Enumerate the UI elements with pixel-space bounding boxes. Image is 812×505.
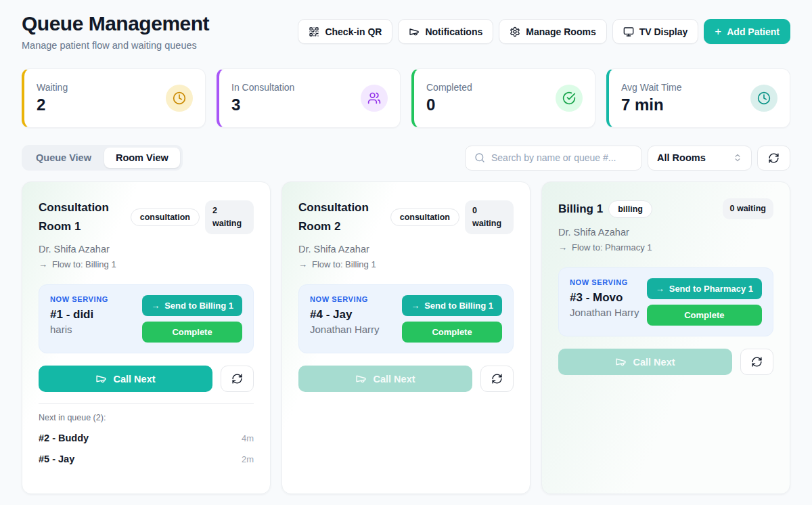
queue-ticket: #2 - Buddy — [39, 433, 89, 443]
call-next-button[interactable]: Call Next — [558, 349, 732, 375]
room-title: Billing 1 — [558, 200, 603, 219]
stat-card-waiting: Waiting 2 — [22, 68, 206, 128]
header-actions: Check-in QR Notifications Manage Rooms T… — [298, 19, 790, 44]
room-card-consultation-2: Consultation Room 2 consultation 0 waiti… — [281, 181, 531, 494]
room-header: Consultation Room 2 consultation 0 waiti… — [298, 198, 514, 236]
next-in-queue-section: Next in queue (2): #2 - Buddy 4m #5 - Ja… — [39, 403, 254, 464]
room-card-billing-1: Billing 1 billing 0 waiting Dr. Shifa Az… — [541, 181, 790, 494]
now-serving-label: NOW SERVING — [570, 278, 640, 286]
room-refresh-button[interactable] — [480, 366, 514, 392]
room-filter-select[interactable]: All Rooms — [648, 146, 752, 171]
stat-label: In Consultation — [231, 82, 294, 93]
manage-rooms-label: Manage Rooms — [526, 26, 595, 37]
now-serving-actions: → Send to Billing 1 Complete — [142, 295, 242, 343]
arrow-right-icon: → — [411, 301, 420, 311]
send-to-room-label: Send to Billing 1 — [164, 301, 233, 311]
search-input[interactable] — [491, 152, 633, 163]
view-toggle: Queue View Room View — [22, 145, 183, 171]
send-to-room-button[interactable]: → Send to Pharmacy 1 — [647, 278, 762, 299]
now-serving-box: NOW SERVING #3 - Movo Jonathan Harry → S… — [558, 267, 773, 336]
send-to-room-label: Send to Billing 1 — [424, 301, 493, 311]
now-serving-actions: → Send to Billing 1 Complete — [402, 295, 502, 343]
plus-icon: + — [715, 26, 721, 37]
now-serving-box: NOW SERVING #1 - didi haris → Send to Bi… — [39, 284, 254, 353]
call-next-label: Call Next — [113, 374, 155, 385]
room-flow: → Flow to: Pharmacy 1 — [558, 242, 773, 252]
check-circle-icon — [556, 85, 583, 112]
arrow-right-icon: → — [656, 284, 664, 294]
queue-wait-time: 2m — [242, 454, 254, 464]
room-flow: → Flow to: Billing 1 — [39, 259, 254, 269]
now-serving-ticket: #3 - Movo — [570, 291, 640, 305]
room-refresh-button[interactable] — [221, 366, 254, 392]
refresh-icon — [768, 152, 780, 164]
check-in-qr-button[interactable]: Check-in QR — [298, 19, 392, 44]
room-doctor: Dr. Shifa Azahar — [558, 227, 773, 238]
arrow-right-icon: → — [298, 259, 307, 269]
add-patient-label: Add Patient — [727, 26, 780, 37]
now-serving-info: NOW SERVING #4 - Jay Jonathan Harry — [310, 295, 395, 343]
next-in-queue-label: Next in queue (2): — [39, 413, 254, 422]
stat-label: Avg Wait Time — [621, 82, 681, 93]
now-serving-label: NOW SERVING — [50, 295, 135, 303]
room-header: Billing 1 billing 0 waiting — [558, 198, 773, 219]
send-to-room-button[interactable]: → Send to Billing 1 — [402, 295, 502, 316]
refresh-button[interactable] — [757, 146, 790, 171]
tv-display-button[interactable]: TV Display — [612, 19, 699, 44]
add-patient-button[interactable]: + Add Patient — [704, 19, 790, 44]
now-serving-patient: haris — [50, 324, 135, 335]
toolbar-right: All Rooms — [465, 146, 790, 171]
megaphone-icon — [355, 373, 367, 385]
now-serving-label: NOW SERVING — [310, 295, 395, 303]
now-serving-actions: → Send to Pharmacy 1 Complete — [647, 278, 762, 326]
tab-room-view[interactable]: Room View — [104, 148, 180, 168]
arrow-right-icon: → — [39, 259, 47, 269]
complete-button[interactable]: Complete — [647, 305, 762, 326]
stat-text: Avg Wait Time 7 min — [621, 82, 681, 114]
qr-code-icon — [309, 26, 319, 37]
call-next-button[interactable]: Call Next — [298, 366, 472, 392]
stat-card-avg-wait: Avg Wait Time 7 min — [606, 68, 790, 128]
room-cards-grid: Consultation Room 1 consultation 2 waiti… — [22, 181, 790, 494]
now-serving-box: NOW SERVING #4 - Jay Jonathan Harry → Se… — [298, 284, 514, 353]
room-type-badge: consultation — [131, 208, 200, 226]
queue-ticket: #5 - Jay — [39, 454, 74, 464]
call-next-row: Call Next — [558, 349, 773, 375]
manage-rooms-button[interactable]: Manage Rooms — [499, 19, 606, 44]
complete-button[interactable]: Complete — [402, 322, 502, 343]
waiting-count-badge: 0 waiting — [723, 198, 773, 219]
queue-row: #2 - Buddy 4m — [39, 433, 254, 443]
room-flow-label: Flow to: Pharmacy 1 — [572, 242, 652, 252]
now-serving-patient: Jonathan Harry — [570, 307, 640, 318]
complete-button[interactable]: Complete — [142, 322, 242, 343]
room-flow-label: Flow to: Billing 1 — [312, 259, 376, 269]
call-next-button[interactable]: Call Next — [39, 366, 212, 392]
notifications-button[interactable]: Notifications — [398, 19, 493, 44]
toolbar: Queue View Room View All Rooms — [22, 145, 790, 171]
room-header: Consultation Room 1 consultation 2 waiti… — [39, 198, 254, 236]
search-box — [465, 146, 642, 171]
chevrons-up-down-icon — [733, 153, 742, 162]
notifications-label: Notifications — [425, 26, 482, 37]
call-next-label: Call Next — [633, 357, 675, 368]
stat-text: Waiting 2 — [37, 82, 68, 114]
call-next-row: Call Next — [298, 366, 514, 392]
room-card-consultation-1: Consultation Room 1 consultation 2 waiti… — [22, 181, 271, 494]
megaphone-icon — [95, 373, 107, 385]
room-title: Consultation Room 2 — [298, 198, 385, 236]
refresh-icon — [231, 373, 243, 385]
waiting-count-badge: 0 waiting — [465, 200, 514, 235]
stat-label: Completed — [426, 82, 472, 93]
tab-queue-view[interactable]: Queue View — [24, 148, 103, 168]
room-refresh-button[interactable] — [740, 349, 773, 375]
now-serving-ticket: #4 - Jay — [310, 308, 395, 322]
stat-value: 7 min — [621, 95, 681, 114]
send-to-room-button[interactable]: → Send to Billing 1 — [142, 295, 242, 316]
now-serving-info: NOW SERVING #1 - didi haris — [50, 295, 135, 343]
monitor-icon — [623, 26, 634, 37]
page-title: Queue Management — [22, 12, 209, 35]
stat-text: In Consultation 3 — [231, 82, 294, 114]
stat-value: 3 — [231, 95, 294, 114]
now-serving-info: NOW SERVING #3 - Movo Jonathan Harry — [570, 278, 640, 326]
clock-icon — [166, 85, 193, 112]
